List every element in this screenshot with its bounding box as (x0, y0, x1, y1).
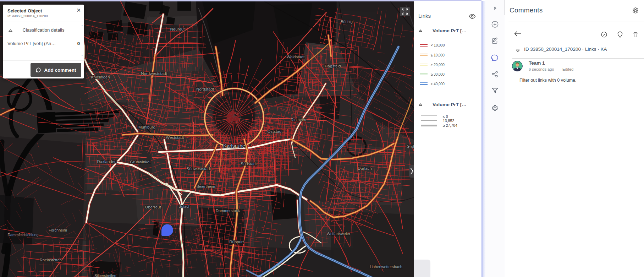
svg-text:Nordweststadt: Nordweststadt (141, 71, 167, 76)
svg-text:Karlsruhe: Karlsruhe (223, 143, 245, 149)
svg-text:Nordstadt: Nordstadt (196, 87, 214, 91)
svg-text:Rintheim: Rintheim (291, 118, 306, 122)
svg-text:Silberstreifen: Silberstreifen (94, 273, 116, 277)
svg-text:Oberreut: Oberreut (145, 205, 161, 209)
svg-text:Südweststadt: Südweststadt (186, 167, 211, 171)
svg-text:Neureut: Neureut (170, 27, 185, 31)
svg-text:Hagsfeld: Hagsfeld (325, 64, 341, 68)
svg-text:Beiertheim: Beiertheim (197, 184, 215, 189)
svg-text:Rüppurr: Rüppurr (229, 240, 244, 244)
svg-text:Grötzingen: Grötzingen (407, 144, 414, 148)
svg-text:Daxlanden: Daxlanden (97, 159, 117, 164)
svg-text:Oststadt: Oststadt (268, 129, 283, 134)
svg-text:Bulach: Bulach (178, 204, 191, 208)
svg-text:Dammfeldsiedlung: Dammfeldsiedlung (8, 233, 39, 237)
svg-text:Mühlburg: Mühlburg (138, 125, 155, 129)
svg-text:Forchheim: Forchheim (49, 228, 67, 232)
svg-text:Rheinstetten: Rheinstetten (40, 258, 62, 262)
svg-text:Büchig: Büchig (341, 20, 353, 24)
svg-text:Durlach: Durlach (358, 166, 372, 170)
svg-text:Waldstadt: Waldstadt (287, 55, 305, 59)
svg-text:Dammerstock: Dammerstock (216, 208, 240, 213)
svg-text:Südstadt: Südstadt (241, 162, 257, 166)
svg-text:Wolfartsweier: Wolfartsweier (327, 232, 351, 236)
svg-text:Knielingen: Knielingen (91, 75, 110, 79)
svg-text:Hohenwettersbach: Hohenwettersbach (370, 265, 402, 269)
svg-text:Weststadt: Weststadt (166, 135, 185, 140)
svg-text:Grünwinkel: Grünwinkel (130, 160, 150, 164)
